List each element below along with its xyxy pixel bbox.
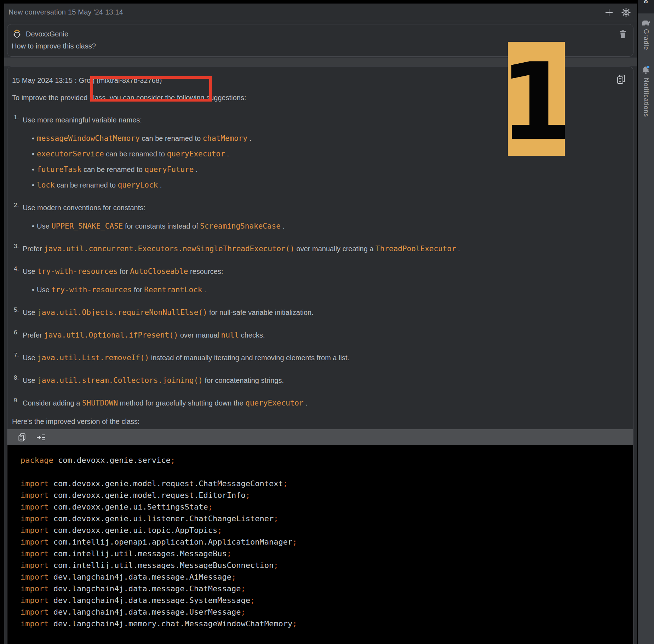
code-line: import com.devoxx.genie.model.request.Ed… — [21, 489, 633, 501]
list-number: 7. — [14, 351, 19, 360]
conversation-title: New conversation 15 May '24 13:14 — [8, 8, 123, 16]
text-segment: for constants instead of — [123, 222, 200, 230]
inline-code: null — [221, 331, 239, 339]
inline-code: executorService — [37, 150, 104, 158]
delete-conversation-button[interactable] — [618, 29, 628, 39]
text-segment: for — [132, 286, 144, 294]
java-code: package com.devoxx.genie.service; import… — [7, 445, 633, 644]
user-prompt-header: DevoxxGenie — [7, 24, 633, 39]
sidebar-item-gradle[interactable]: Gradle — [638, 18, 654, 50]
text-segment: checks. — [239, 331, 265, 339]
inline-code: try-with-resources — [37, 267, 118, 276]
insert-code-button[interactable] — [36, 432, 46, 443]
code-line — [21, 466, 633, 478]
text-segment: for concatenating strings. — [203, 376, 284, 384]
text-segment: Prefer — [23, 331, 44, 339]
gradle-elephant-icon — [641, 18, 650, 26]
inline-code: java.util.stream.Collectors.joining() — [37, 376, 203, 385]
inline-code: try-with-resources — [51, 286, 132, 294]
copy-response-button[interactable] — [615, 73, 627, 85]
text-segment: . — [281, 222, 285, 230]
inline-code: messageWindowChatMemory — [37, 134, 140, 143]
list-number: 9. — [14, 396, 19, 405]
sidebar-item-label: Notifications — [642, 78, 650, 117]
response-outro: Here's the improved version of the class… — [12, 418, 629, 426]
bullet-item: futureTask can be renamed to queryFuture… — [30, 165, 629, 174]
text-segment: Consider adding a — [23, 399, 82, 407]
text-segment: . — [202, 286, 206, 294]
text-segment: can be renamed to — [104, 150, 167, 158]
list-number: 1. — [14, 113, 19, 122]
code-toolbar — [7, 429, 633, 445]
suggestion-item: 9.Consider adding a SHUTDOWN method for … — [12, 398, 629, 408]
code-line: import dev.langchain4j.data.message.AiMe… — [21, 571, 633, 583]
toolwindow-tab-partial[interactable]: e — [638, 0, 654, 13]
text-segment: can be renamed to — [55, 181, 118, 189]
sidebar-item-label: Gradle — [642, 29, 650, 50]
bullet-item: Use UPPER_SNAKE_CASE for constants inste… — [30, 222, 629, 231]
text-segment: Prefer — [23, 245, 44, 253]
sub-bullet-list: Use try-with-resources for ReentrantLock… — [23, 285, 629, 294]
list-number: 8. — [14, 373, 19, 383]
text-segment: . — [158, 181, 162, 189]
conversation-topbar: New conversation 15 May '24 13:14 — [4, 4, 637, 21]
text-segment: . — [194, 166, 197, 173]
text-segment: over manual — [178, 331, 221, 339]
suggestion-item: 2.Use modern conventions for constants:U… — [12, 203, 629, 231]
text-segment: Use — [37, 286, 51, 294]
inline-code: java.util.concurrent.Executors.newSingle… — [44, 245, 294, 253]
text-segment: resources: — [188, 268, 223, 275]
code-line: import dev.langchain4j.data.message.Syst… — [21, 594, 633, 606]
annotation-step-number: 1 — [508, 54, 565, 150]
code-line: package com.devoxx.genie.service; — [21, 454, 633, 466]
settings-button[interactable] — [620, 6, 632, 18]
inline-code: java.util.Optional.ifPresent() — [44, 331, 178, 339]
text-segment: can be renamed to — [81, 166, 144, 173]
text-segment: Use more meaningful variable names: — [23, 116, 142, 124]
suggestion-item: 5.Use java.util.Objects.requireNonNullEl… — [12, 308, 629, 317]
suggestion-item: 3.Prefer java.util.concurrent.Executors.… — [12, 244, 629, 253]
code-line: import dev.langchain4j.memory.chat.Messa… — [21, 618, 633, 629]
text-segment: Use — [23, 354, 37, 362]
inline-code: UPPER_SNAKE_CASE — [51, 222, 123, 230]
code-line: import com.devoxx.genie.ui.topic.AppTopi… — [21, 524, 633, 536]
code-line: import com.devoxx.genie.ui.listener.Chat… — [21, 513, 633, 524]
suggestion-item: 4.Use try-with-resources for AutoCloseab… — [12, 267, 629, 294]
inline-code: queryExecutor — [167, 150, 225, 158]
text-segment: . — [225, 150, 229, 158]
code-line: import com.devoxx.genie.ui.SettingsState… — [21, 501, 633, 513]
code-line: import com.intellij.openapi.application.… — [21, 536, 633, 548]
response-timestamp: 15 May 2024 13:15 — [12, 76, 73, 85]
code-line: import dev.langchain4j.data.message.Chat… — [21, 583, 633, 594]
new-conversation-button[interactable] — [603, 6, 615, 18]
text-segment: for null-safe variable initialization. — [207, 309, 314, 316]
plus-icon — [604, 7, 614, 17]
gear-icon — [621, 7, 631, 18]
code-block: package com.devoxx.genie.service; import… — [7, 429, 633, 644]
genie-icon — [12, 29, 22, 39]
copy-icon — [616, 74, 626, 85]
copy-icon — [17, 433, 27, 442]
inline-code: java.util.Objects.requireNonNullElse() — [37, 308, 207, 317]
sidebar-item-notifications[interactable]: Notifications — [638, 65, 654, 117]
trash-icon — [619, 29, 627, 39]
text-segment: Use — [37, 222, 51, 230]
inline-code: lock — [37, 181, 55, 189]
code-line: import com.intellij.util.messages.Messag… — [21, 559, 633, 571]
text-segment: for — [118, 268, 130, 275]
inline-code: chatMemory — [203, 134, 247, 143]
code-line: import com.intellij.util.messages.Messag… — [21, 548, 633, 559]
code-line: import com.devoxx.genie.model.request.Ch… — [21, 478, 633, 489]
inline-code: SHUTDOWN — [82, 399, 118, 407]
list-number: 5. — [14, 305, 19, 315]
copy-code-button[interactable] — [17, 432, 27, 443]
text-segment: instead of manually iterating and removi… — [149, 354, 349, 362]
inline-code: queryLock — [117, 181, 158, 189]
text-segment: can be renamed to — [140, 134, 203, 142]
text-segment: over manually creating a — [294, 245, 375, 253]
annotation-step-marker: 1 — [508, 42, 565, 156]
text-segment: Use modern conventions for constants: — [23, 204, 145, 212]
sub-bullet-list: Use UPPER_SNAKE_CASE for constants inste… — [23, 222, 629, 231]
toolwindow-stripe: e Gradle Notifications — [638, 0, 654, 644]
code-line: import dev.langchain4j.data.message.User… — [21, 606, 633, 618]
